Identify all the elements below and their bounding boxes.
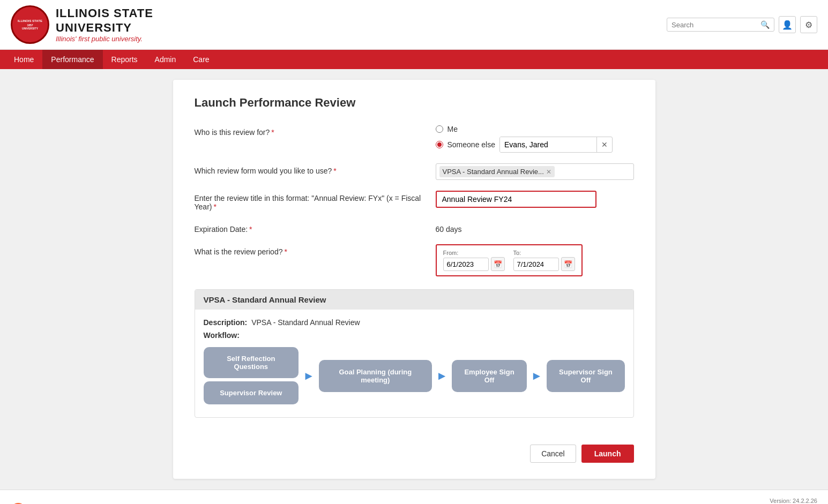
nav-reports[interactable]: Reports <box>103 50 146 69</box>
main-content: Launch Performance Review Who is this re… <box>0 69 828 490</box>
workflow-step-group-2: Goal Planning (during meeting) <box>319 360 432 392</box>
from-date-input[interactable] <box>443 258 489 271</box>
review-period-row: What is the review period?* From: 📅 To: <box>195 244 634 276</box>
workflow-step-group-3: Employee Sign Off <box>452 360 526 392</box>
description-row: Description: VPSA - Standard Annual Revi… <box>204 318 625 327</box>
workflow-label: Workflow: <box>204 331 625 340</box>
workflow-step-goal-planning[interactable]: Goal Planning (during meeting) <box>319 360 432 392</box>
footer: + cornerstone Version: 24.2.2.26 Powered… <box>0 490 828 504</box>
workflow-step-group-4: Supervisor Sign Off <box>547 360 624 392</box>
who-review-row: Who is this review for?* Me Someone else <box>195 125 634 153</box>
radio-me-option[interactable]: Me <box>436 125 634 133</box>
expiration-label: Expiration Date:* <box>195 222 425 234</box>
header-right: 🔍 👤 ⚙ <box>667 16 817 33</box>
expiration-control: 60 days <box>436 222 634 234</box>
radio-me-label: Me <box>447 125 458 133</box>
desc-label: Description: <box>204 318 248 327</box>
tag-input-container[interactable]: VPSA - Standard Annual Revie... ✕ <box>436 163 634 180</box>
search-icon-button[interactable]: 🔍 <box>760 20 770 29</box>
to-label: To: <box>513 250 575 256</box>
page-title: Launch Performance Review <box>195 96 634 110</box>
workflow-step-group-1: Self Reflection Questions Supervisor Rev… <box>204 347 299 404</box>
workflow-step-employee-signoff[interactable]: Employee Sign Off <box>452 360 526 392</box>
review-form-label: Which review form would you like to use?… <box>195 163 425 175</box>
review-title-control <box>436 191 634 208</box>
review-title-label: Enter the review title in this format: "… <box>195 191 425 211</box>
from-calendar-icon[interactable]: 📅 <box>491 257 505 271</box>
university-tagline: Illinois' first public university. <box>56 35 153 43</box>
university-name: Illinois State University Illinois' firs… <box>56 6 153 43</box>
date-range-container: From: 📅 To: 📅 <box>436 244 583 276</box>
nav-care[interactable]: Care <box>184 50 218 69</box>
radio-group: Me Someone else ✕ <box>436 125 634 153</box>
search-input[interactable] <box>672 21 757 29</box>
university-title: Illinois State University <box>56 6 153 35</box>
workflow-step-supervisor-review[interactable]: Supervisor Review <box>204 381 299 404</box>
from-label: From: <box>443 250 505 256</box>
review-form-control: VPSA - Standard Annual Revie... ✕ <box>436 163 634 180</box>
user-icon-button[interactable]: 👤 <box>779 16 796 33</box>
review-title-row: Enter the review title in this format: "… <box>195 191 634 211</box>
university-logo: ILLINOIS STATE 1857 UNIVERSITY <box>11 5 49 44</box>
expiration-row: Expiration Date:* 60 days <box>195 222 634 234</box>
to-calendar-icon[interactable]: 📅 <box>561 257 575 271</box>
logo-area: ILLINOIS STATE 1857 UNIVERSITY Illinois … <box>11 5 667 44</box>
nav-home[interactable]: Home <box>5 50 42 69</box>
arrow-3: ► <box>531 369 543 383</box>
header: ILLINOIS STATE 1857 UNIVERSITY Illinois … <box>0 0 828 50</box>
from-input-row: 📅 <box>443 257 505 271</box>
who-review-label: Who is this review for?* <box>195 125 425 137</box>
who-review-control: Me Someone else ✕ <box>436 125 634 153</box>
to-input-row: 📅 <box>513 257 575 271</box>
form-card: Launch Performance Review Who is this re… <box>173 80 655 479</box>
nav-admin[interactable]: Admin <box>146 50 185 69</box>
radio-someone-option[interactable]: Someone else <box>436 140 496 149</box>
person-input-container: ✕ <box>499 137 613 153</box>
desc-value: VPSA - Standard Annual Review <box>251 318 360 327</box>
nav-performance[interactable]: Performance <box>42 50 102 69</box>
workflow-step-self-reflection[interactable]: Self Reflection Questions <box>204 347 299 378</box>
footer-info: Version: 24.2.2.26 Powered by Cornerston… <box>673 497 817 504</box>
to-date-field: To: 📅 <box>513 250 575 271</box>
form-tag: VPSA - Standard Annual Revie... ✕ <box>439 166 555 177</box>
review-title-input[interactable] <box>436 191 596 208</box>
settings-icon-button[interactable]: ⚙ <box>800 16 817 33</box>
search-box: 🔍 <box>667 18 774 32</box>
person-input[interactable] <box>500 137 596 152</box>
review-section: VPSA - Standard Annual Review Descriptio… <box>195 289 634 418</box>
footer-version: Version: 24.2.2.26 <box>673 497 817 504</box>
workflow-step-supervisor-signoff[interactable]: Supervisor Sign Off <box>547 360 624 392</box>
person-clear-button[interactable]: ✕ <box>596 137 612 152</box>
radio-someone-input[interactable] <box>436 141 443 148</box>
from-date-field: From: 📅 <box>443 250 505 271</box>
review-period-control: From: 📅 To: 📅 <box>436 244 634 276</box>
launch-button[interactable]: Launch <box>581 445 634 463</box>
cancel-button[interactable]: Cancel <box>530 445 576 463</box>
action-row: Cancel Launch <box>195 434 634 463</box>
to-date-input[interactable] <box>513 258 559 271</box>
review-section-header: VPSA - Standard Annual Review <box>195 290 633 310</box>
radio-me-input[interactable] <box>436 125 443 133</box>
review-section-body: Description: VPSA - Standard Annual Revi… <box>195 310 633 417</box>
radio-someone-label: Someone else <box>447 140 496 149</box>
workflow-diagram: Self Reflection Questions Supervisor Rev… <box>204 347 625 409</box>
review-form-row: Which review form would you like to use?… <box>195 163 634 180</box>
arrow-2: ► <box>436 369 448 383</box>
tag-remove-button[interactable]: ✕ <box>546 168 551 176</box>
nav-bar: Home Performance Reports Admin Care <box>0 50 828 69</box>
review-period-label: What is the review period?* <box>195 244 425 256</box>
arrow-1: ► <box>303 369 315 383</box>
expiration-value: 60 days <box>436 222 634 234</box>
